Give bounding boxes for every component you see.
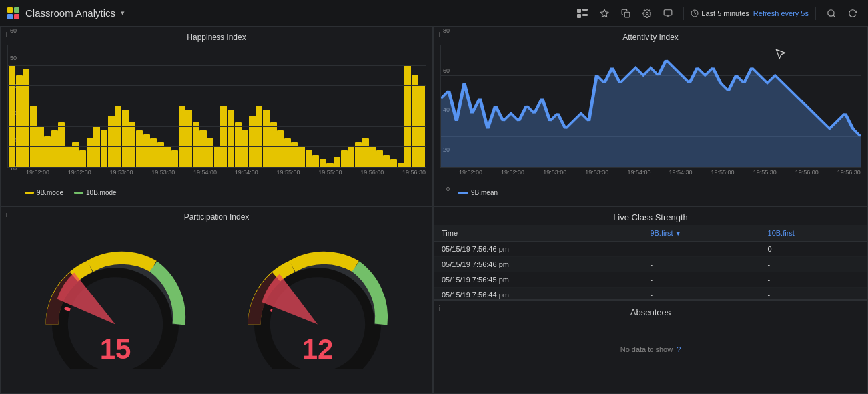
gauge1-wrap: 15	[29, 239, 202, 372]
legend-9b-mean: 9B.mean	[458, 189, 498, 196]
svg-rect-1	[14, 7, 19, 13]
cell-9b: -	[642, 288, 759, 301]
gauge1-value: 15	[100, 333, 131, 365]
absentees-panel: i Absentees No data to show ?	[433, 300, 868, 394]
refresh-button[interactable]	[844, 6, 861, 21]
cell-time: 05/15/19 7:56:46 pm	[434, 257, 642, 272]
legend-10b-dot	[74, 192, 83, 194]
topbar-left: Classroom Analytics ▾	[7, 7, 125, 20]
divider	[683, 7, 684, 20]
cell-10b: -	[760, 257, 867, 272]
cell-time: 05/15/19 7:56:45 pm	[434, 272, 642, 288]
col-9b-first[interactable]: 9B.first ▼	[642, 225, 759, 242]
gauges-container: 15 12	[1, 224, 432, 393]
cell-9b: -	[642, 272, 759, 288]
legend-9b-mode: 9B.mode	[25, 189, 63, 196]
happiness-legend: 9B.mode 10B.mode	[1, 186, 432, 196]
live-class-table: Time 9B.first ▼ 10B.first 05/15/19 7:56:…	[434, 225, 867, 300]
cell-time: 05/15/19 7:56:46 pm	[434, 242, 642, 257]
divider2	[815, 7, 816, 20]
star-button[interactable]	[596, 6, 613, 21]
attentivity-legend: 9B.mean	[434, 186, 867, 196]
resize-handle-horizontal[interactable]	[1, 202, 432, 206]
gauge2-value: 12	[302, 333, 334, 365]
resize-handle-h-att[interactable]	[434, 202, 867, 206]
happiness-title: Happiness Index	[1, 27, 432, 45]
happiness-panel: i Happiness Index 60 50 40 30 20 10	[0, 27, 433, 206]
legend-mean-line	[458, 192, 468, 194]
happiness-x-labels: 19:52:0019:52:3019:53:0019:53:3019:54:00…	[26, 169, 426, 176]
time-range-button[interactable]: Last 5 minutes	[691, 9, 749, 17]
table-row: 05/15/19 7:56:46 pm - 0	[434, 242, 867, 257]
svg-rect-3	[14, 14, 19, 19]
svg-line-16	[833, 15, 835, 17]
participation-info-icon[interactable]: i	[6, 211, 7, 218]
svg-rect-9	[625, 12, 630, 17]
svg-rect-4	[577, 9, 581, 13]
col-10b-first: 10B.first	[760, 225, 867, 242]
no-data-text: No data to show	[620, 345, 673, 353]
bars-button[interactable]	[573, 6, 592, 21]
topbar: Classroom Analytics ▾	[0, 0, 868, 27]
live-class-panel: Live Class Strength Time 9B.first ▼ 10B.…	[433, 206, 868, 300]
attentivity-x-labels: 19:52:0019:52:3019:53:0019:53:3019:54:00…	[459, 169, 861, 176]
col-time: Time	[434, 225, 642, 242]
cell-9b: -	[642, 242, 759, 257]
cell-10b: -	[760, 288, 867, 301]
no-data-message: No data to show ?	[434, 321, 867, 377]
cell-time: 05/15/19 7:56:44 pm	[434, 288, 642, 301]
table-header-row: Time 9B.first ▼ 10B.first	[434, 225, 867, 242]
help-icon[interactable]: ?	[677, 345, 681, 353]
app-icon	[7, 7, 20, 20]
legend-9b-label: 9B.mode	[37, 189, 63, 196]
participation-panel: i Participation Index	[0, 206, 433, 394]
gear-button[interactable]	[638, 6, 655, 21]
absentees-title: Absentees	[434, 301, 867, 321]
svg-marker-8	[600, 9, 608, 17]
topbar-right: Last 5 minutes Refresh every 5s	[573, 6, 861, 21]
screen-button[interactable]	[659, 6, 677, 21]
attentivity-title: Attentivity Index	[434, 27, 867, 45]
cell-9b: -	[642, 257, 759, 272]
refresh-label[interactable]: Refresh every 5s	[753, 9, 809, 17]
app-title: Classroom Analytics	[25, 7, 115, 19]
right-panels: Live Class Strength Time 9B.first ▼ 10B.…	[433, 206, 868, 394]
legend-mean-label: 9B.mean	[471, 189, 498, 196]
table-row: 05/15/19 7:56:44 pm - -	[434, 288, 867, 301]
resize-handle-vertical[interactable]	[428, 27, 432, 206]
search-button[interactable]	[823, 6, 840, 21]
legend-10b-label: 10B.mode	[86, 189, 117, 196]
copy-button[interactable]	[617, 6, 634, 21]
absentees-info-icon[interactable]: i	[439, 305, 440, 312]
resize-v-participation[interactable]	[428, 207, 432, 393]
table-row: 05/15/19 7:56:45 pm - -	[434, 272, 867, 288]
attentivity-panel: i Attentivity Index 80 60 40 20 0	[433, 27, 868, 206]
svg-rect-2	[7, 14, 13, 19]
svg-rect-7	[582, 14, 588, 16]
sort-arrow: ▼	[675, 230, 681, 237]
svg-point-10	[646, 12, 649, 15]
legend-10b-mode: 10B.mode	[74, 189, 117, 196]
cell-10b: 0	[760, 242, 867, 257]
table-row: 05/15/19 7:56:46 pm - -	[434, 257, 867, 272]
svg-rect-11	[664, 9, 672, 15]
participation-title: Participation Index	[1, 207, 432, 224]
live-class-title: Live Class Strength	[434, 207, 867, 225]
cell-10b: -	[760, 272, 867, 288]
attentivity-area	[441, 60, 861, 167]
legend-9b-dot	[25, 192, 34, 194]
svg-rect-5	[582, 9, 588, 11]
svg-rect-6	[577, 14, 581, 18]
svg-rect-0	[7, 7, 13, 13]
gauge2-wrap: 12	[231, 239, 404, 372]
main-grid: i Happiness Index 60 50 40 30 20 10	[0, 27, 868, 394]
time-range-label: Last 5 minutes	[701, 9, 749, 17]
svg-point-15	[828, 9, 834, 15]
app-dropdown-icon[interactable]: ▾	[121, 9, 125, 17]
